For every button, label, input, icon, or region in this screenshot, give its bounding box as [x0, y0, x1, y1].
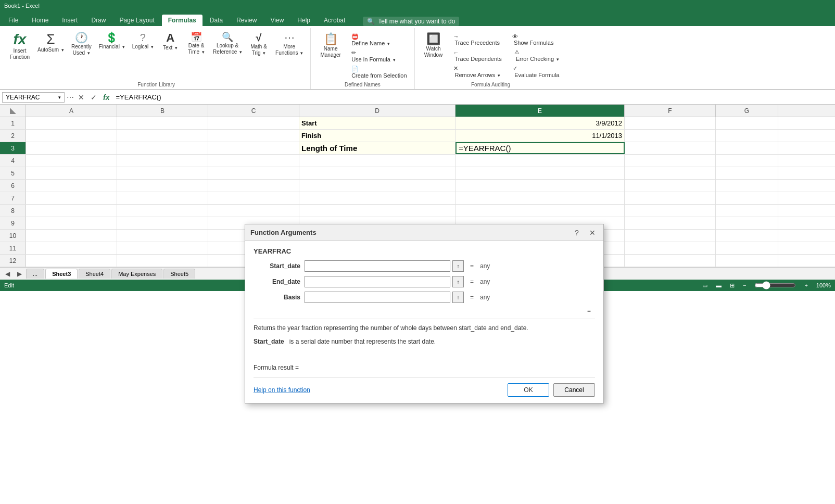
row-num-6[interactable]: 6: [0, 180, 26, 192]
evaluate-formula-button[interactable]: ✓ Evaluate Formula: [510, 64, 562, 79]
cell-g3[interactable]: [716, 142, 778, 154]
error-checking-button[interactable]: ⚠ Error Checking ▾: [511, 48, 562, 63]
cell-d2[interactable]: Finish: [299, 130, 456, 142]
cell-c7[interactable]: [208, 192, 299, 204]
row-num-8[interactable]: 8: [0, 205, 26, 217]
cell-b1[interactable]: [117, 117, 208, 129]
tab-draw[interactable]: Draw: [85, 15, 112, 26]
zoom-slider[interactable]: [754, 281, 796, 289]
cell-f7[interactable]: [625, 192, 716, 204]
search-bar[interactable]: 🔍 Tell me what you want to do: [363, 17, 459, 26]
cell-b2[interactable]: [117, 130, 208, 142]
row-num-2[interactable]: 2: [0, 130, 26, 142]
cell-b9[interactable]: [117, 217, 208, 229]
col-header-c[interactable]: C: [208, 105, 299, 117]
cell-g12[interactable]: [716, 255, 778, 267]
select-all-icon[interactable]: [10, 108, 16, 114]
cell-a9[interactable]: [26, 217, 117, 229]
sheet-tab-ellipsis[interactable]: ...: [26, 269, 44, 279]
cell-c6[interactable]: [208, 180, 299, 192]
tab-acrobat[interactable]: Acrobat: [318, 15, 351, 26]
cell-e4[interactable]: [456, 155, 625, 167]
watch-window-button[interactable]: 🔲 WatchWindow: [419, 31, 448, 60]
col-header-d[interactable]: D: [299, 105, 456, 117]
cell-c5[interactable]: [208, 167, 299, 179]
cell-d5[interactable]: [299, 167, 456, 179]
cell-f9[interactable]: [625, 217, 716, 229]
tab-insert[interactable]: Insert: [56, 15, 84, 26]
text-button[interactable]: A Text ▾: [158, 30, 183, 53]
cell-a10[interactable]: [26, 230, 117, 242]
arg-collapse-start-date[interactable]: ↑: [452, 260, 464, 272]
name-manager-button[interactable]: 📋 NameManager: [315, 31, 346, 60]
logical-button[interactable]: ? Logical ▾: [129, 30, 157, 52]
cell-g7[interactable]: [716, 192, 778, 204]
cell-a8[interactable]: [26, 205, 117, 217]
sheet-tab-sheet4[interactable]: Sheet4: [79, 269, 110, 279]
trace-dependents-button[interactable]: ← Trace Dependents: [450, 48, 505, 63]
tab-data[interactable]: Data: [204, 15, 229, 26]
cell-b6[interactable]: [117, 180, 208, 192]
function-arguments-dialog[interactable]: Function Arguments ? ✕ YEARFRAC Start_da…: [245, 224, 604, 291]
view-page-break-icon[interactable]: ⊞: [730, 282, 735, 289]
cell-b11[interactable]: [117, 242, 208, 254]
row-num-9[interactable]: 9: [0, 217, 26, 229]
cell-a11[interactable]: [26, 242, 117, 254]
cell-f3[interactable]: [625, 142, 716, 154]
cell-d4[interactable]: [299, 155, 456, 167]
zoom-percent[interactable]: 100%: [816, 282, 831, 288]
cell-f6[interactable]: [625, 180, 716, 192]
cell-c1[interactable]: [208, 117, 299, 129]
tab-view[interactable]: View: [264, 15, 290, 26]
cell-b3[interactable]: [117, 142, 208, 154]
cell-e6[interactable]: [456, 180, 625, 192]
view-normal-icon[interactable]: ▭: [702, 282, 707, 289]
cell-f5[interactable]: [625, 167, 716, 179]
autosum-button[interactable]: Σ AutoSum ▾: [34, 30, 67, 55]
cell-f8[interactable]: [625, 205, 716, 217]
arg-input-end-date[interactable]: [305, 276, 450, 287]
cell-g1[interactable]: [716, 117, 778, 129]
cell-f10[interactable]: [625, 230, 716, 242]
sheet-tab-may-expenses[interactable]: May Expenses: [111, 269, 162, 279]
cell-g6[interactable]: [716, 180, 778, 192]
cell-a12[interactable]: [26, 255, 117, 267]
sheet-nav-prev[interactable]: ◀: [2, 269, 13, 279]
name-box[interactable]: YEARFRAC ▾: [2, 92, 65, 103]
tab-formulas[interactable]: Formulas: [162, 15, 203, 26]
arg-collapse-end-date[interactable]: ↑: [452, 276, 464, 287]
cell-g2[interactable]: [716, 130, 778, 142]
remove-arrows-button[interactable]: ✕ Remove Arrows ▾: [450, 64, 504, 79]
define-name-button[interactable]: 📛 Define Name ▾: [348, 32, 393, 47]
name-box-dropdown-icon[interactable]: ▾: [58, 95, 61, 100]
cell-f12[interactable]: [625, 255, 716, 267]
cell-c3[interactable]: [208, 142, 299, 154]
cell-f4[interactable]: [625, 155, 716, 167]
financial-button[interactable]: 💲 Financial ▾: [96, 30, 128, 52]
row-num-11[interactable]: 11: [0, 242, 26, 254]
cancel-formula-icon[interactable]: ✕: [76, 92, 86, 103]
tab-file[interactable]: File: [2, 15, 24, 26]
trace-precedents-button[interactable]: → Trace Precedents: [450, 32, 503, 47]
lookup-reference-button[interactable]: 🔍 Lookup &Reference ▾: [210, 30, 245, 57]
cell-a2[interactable]: [26, 130, 117, 142]
zoom-in-icon[interactable]: +: [804, 282, 807, 288]
cell-e7[interactable]: [456, 192, 625, 204]
zoom-out-icon[interactable]: −: [743, 282, 746, 288]
col-header-f[interactable]: F: [625, 105, 716, 117]
insert-function-button[interactable]: fx InsertFunction: [6, 30, 33, 62]
tab-home[interactable]: Home: [26, 15, 55, 26]
cell-b12[interactable]: [117, 255, 208, 267]
cell-b5[interactable]: [117, 167, 208, 179]
col-header-g[interactable]: G: [716, 105, 778, 117]
cell-d3[interactable]: Length of Time: [299, 142, 456, 154]
math-trig-button[interactable]: √ Math &Trig ▾: [246, 30, 271, 58]
formula-input[interactable]: [113, 92, 833, 102]
cell-a3[interactable]: [26, 142, 117, 154]
row-num-1[interactable]: 1: [0, 117, 26, 129]
dialog-help-button[interactable]: ?: [571, 227, 583, 238]
use-in-formula-button[interactable]: ✏ Use in Formula ▾: [348, 48, 399, 64]
row-num-7[interactable]: 7: [0, 192, 26, 204]
col-header-b[interactable]: B: [117, 105, 208, 117]
cell-b8[interactable]: [117, 205, 208, 217]
